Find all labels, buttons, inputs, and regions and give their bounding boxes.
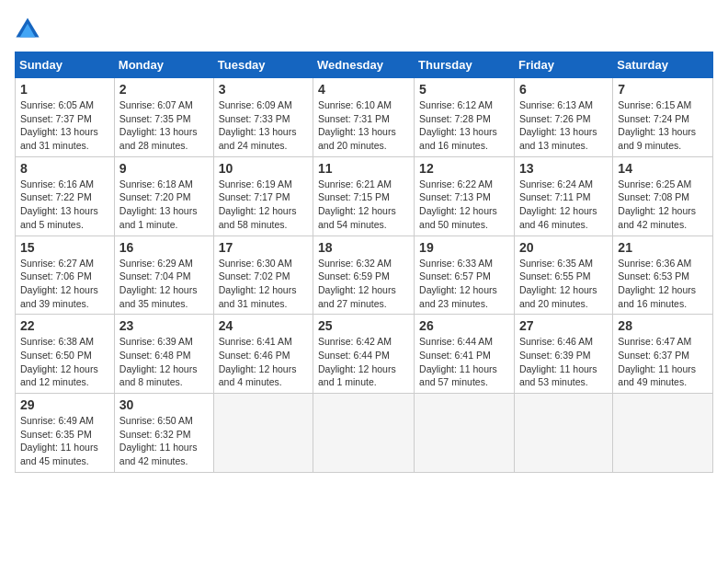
calendar-cell: 20 Sunrise: 6:35 AM Sunset: 6:55 PM Dayl… xyxy=(514,236,612,315)
day-number: 28 xyxy=(618,318,708,333)
day-info: Sunrise: 6:42 AM Sunset: 6:44 PM Dayligh… xyxy=(318,335,409,389)
header-sunday: Sunday xyxy=(16,52,115,78)
day-info: Sunrise: 6:18 AM Sunset: 7:20 PM Dayligh… xyxy=(119,178,209,232)
day-info: Sunrise: 6:07 AM Sunset: 7:35 PM Dayligh… xyxy=(119,98,209,153)
page-header xyxy=(15,15,713,40)
calendar-cell: 29 Sunrise: 6:49 AM Sunset: 6:35 PM Dayl… xyxy=(16,394,115,473)
calendar-cell xyxy=(613,394,713,473)
day-number: 8 xyxy=(20,161,109,176)
day-number: 13 xyxy=(519,161,608,176)
day-info: Sunrise: 6:30 AM Sunset: 7:02 PM Dayligh… xyxy=(219,257,308,311)
calendar-cell: 1 Sunrise: 6:05 AM Sunset: 7:37 PM Dayli… xyxy=(16,78,115,157)
day-info: Sunrise: 6:29 AM Sunset: 7:04 PM Dayligh… xyxy=(119,257,209,311)
calendar-cell xyxy=(514,394,612,473)
calendar-cell: 16 Sunrise: 6:29 AM Sunset: 7:04 PM Dayl… xyxy=(114,236,213,315)
calendar-cell: 23 Sunrise: 6:39 AM Sunset: 6:48 PM Dayl… xyxy=(114,315,213,394)
day-number: 18 xyxy=(318,240,409,255)
day-info: Sunrise: 6:39 AM Sunset: 6:48 PM Dayligh… xyxy=(119,335,209,389)
calendar-cell: 6 Sunrise: 6:13 AM Sunset: 7:26 PM Dayli… xyxy=(514,78,612,157)
calendar-cell: 21 Sunrise: 6:36 AM Sunset: 6:53 PM Dayl… xyxy=(613,236,713,315)
day-number: 11 xyxy=(318,161,409,176)
calendar-cell xyxy=(213,394,313,473)
day-number: 7 xyxy=(618,82,708,97)
day-info: Sunrise: 6:21 AM Sunset: 7:15 PM Dayligh… xyxy=(318,178,409,232)
calendar-cell xyxy=(415,394,515,473)
calendar-table: SundayMondayTuesdayWednesdayThursdayFrid… xyxy=(15,52,713,473)
day-number: 24 xyxy=(219,318,308,333)
logo xyxy=(15,15,44,40)
calendar-cell: 24 Sunrise: 6:41 AM Sunset: 6:46 PM Dayl… xyxy=(213,315,313,394)
header-thursday: Thursday xyxy=(415,52,515,78)
day-info: Sunrise: 6:13 AM Sunset: 7:26 PM Dayligh… xyxy=(519,98,608,153)
day-info: Sunrise: 6:22 AM Sunset: 7:13 PM Dayligh… xyxy=(419,178,509,232)
day-info: Sunrise: 6:27 AM Sunset: 7:06 PM Dayligh… xyxy=(20,257,109,311)
day-number: 5 xyxy=(419,82,509,97)
calendar-cell: 10 Sunrise: 6:19 AM Sunset: 7:17 PM Dayl… xyxy=(213,156,313,236)
day-info: Sunrise: 6:10 AM Sunset: 7:31 PM Dayligh… xyxy=(318,98,409,153)
calendar-cell: 7 Sunrise: 6:15 AM Sunset: 7:24 PM Dayli… xyxy=(613,78,713,157)
calendar-cell xyxy=(313,394,415,473)
day-number: 25 xyxy=(318,318,409,333)
header-saturday: Saturday xyxy=(613,52,713,78)
day-info: Sunrise: 6:25 AM Sunset: 7:08 PM Dayligh… xyxy=(618,178,708,232)
day-number: 15 xyxy=(20,240,109,255)
day-number: 3 xyxy=(219,82,308,97)
calendar-cell: 12 Sunrise: 6:22 AM Sunset: 7:13 PM Dayl… xyxy=(415,156,515,236)
header-tuesday: Tuesday xyxy=(213,52,313,78)
day-number: 30 xyxy=(119,397,209,412)
day-number: 19 xyxy=(419,240,509,255)
calendar-week-1: 1 Sunrise: 6:05 AM Sunset: 7:37 PM Dayli… xyxy=(16,78,713,157)
day-number: 20 xyxy=(519,240,608,255)
calendar-cell: 13 Sunrise: 6:24 AM Sunset: 7:11 PM Dayl… xyxy=(514,156,612,236)
calendar-cell: 15 Sunrise: 6:27 AM Sunset: 7:06 PM Dayl… xyxy=(16,236,115,315)
day-number: 29 xyxy=(20,397,109,412)
day-info: Sunrise: 6:24 AM Sunset: 7:11 PM Dayligh… xyxy=(519,178,608,232)
day-number: 27 xyxy=(519,318,608,333)
calendar-cell: 11 Sunrise: 6:21 AM Sunset: 7:15 PM Dayl… xyxy=(313,156,415,236)
day-number: 1 xyxy=(20,82,109,97)
day-info: Sunrise: 6:35 AM Sunset: 6:55 PM Dayligh… xyxy=(519,257,608,311)
day-number: 21 xyxy=(618,240,708,255)
day-info: Sunrise: 6:44 AM Sunset: 6:41 PM Dayligh… xyxy=(419,335,509,389)
day-info: Sunrise: 6:49 AM Sunset: 6:35 PM Dayligh… xyxy=(20,414,109,468)
day-info: Sunrise: 6:05 AM Sunset: 7:37 PM Dayligh… xyxy=(20,98,109,153)
day-info: Sunrise: 6:50 AM Sunset: 6:32 PM Dayligh… xyxy=(119,414,209,468)
calendar-week-3: 15 Sunrise: 6:27 AM Sunset: 7:06 PM Dayl… xyxy=(16,236,713,315)
calendar-cell: 19 Sunrise: 6:33 AM Sunset: 6:57 PM Dayl… xyxy=(415,236,515,315)
calendar-cell: 14 Sunrise: 6:25 AM Sunset: 7:08 PM Dayl… xyxy=(613,156,713,236)
calendar-cell: 26 Sunrise: 6:44 AM Sunset: 6:41 PM Dayl… xyxy=(415,315,515,394)
calendar-cell: 2 Sunrise: 6:07 AM Sunset: 7:35 PM Dayli… xyxy=(114,78,213,157)
calendar-week-4: 22 Sunrise: 6:38 AM Sunset: 6:50 PM Dayl… xyxy=(16,315,713,394)
day-number: 16 xyxy=(119,240,209,255)
day-info: Sunrise: 6:46 AM Sunset: 6:39 PM Dayligh… xyxy=(519,335,608,389)
calendar-cell: 17 Sunrise: 6:30 AM Sunset: 7:02 PM Dayl… xyxy=(213,236,313,315)
calendar-cell: 5 Sunrise: 6:12 AM Sunset: 7:28 PM Dayli… xyxy=(415,78,515,157)
calendar-cell: 9 Sunrise: 6:18 AM Sunset: 7:20 PM Dayli… xyxy=(114,156,213,236)
day-info: Sunrise: 6:33 AM Sunset: 6:57 PM Dayligh… xyxy=(419,257,509,311)
header-monday: Monday xyxy=(114,52,213,78)
day-number: 17 xyxy=(219,240,308,255)
day-number: 14 xyxy=(618,161,708,176)
header-friday: Friday xyxy=(514,52,612,78)
calendar-cell: 27 Sunrise: 6:46 AM Sunset: 6:39 PM Dayl… xyxy=(514,315,612,394)
day-number: 6 xyxy=(519,82,608,97)
day-number: 10 xyxy=(219,161,308,176)
header-wednesday: Wednesday xyxy=(313,52,415,78)
calendar-cell: 18 Sunrise: 6:32 AM Sunset: 6:59 PM Dayl… xyxy=(313,236,415,315)
logo-icon xyxy=(15,15,40,40)
calendar-cell: 25 Sunrise: 6:42 AM Sunset: 6:44 PM Dayl… xyxy=(313,315,415,394)
day-info: Sunrise: 6:38 AM Sunset: 6:50 PM Dayligh… xyxy=(20,335,109,389)
day-number: 12 xyxy=(419,161,509,176)
calendar-cell: 30 Sunrise: 6:50 AM Sunset: 6:32 PM Dayl… xyxy=(114,394,213,473)
calendar-week-5: 29 Sunrise: 6:49 AM Sunset: 6:35 PM Dayl… xyxy=(16,394,713,473)
day-number: 9 xyxy=(119,161,209,176)
day-info: Sunrise: 6:19 AM Sunset: 7:17 PM Dayligh… xyxy=(219,178,308,232)
day-info: Sunrise: 6:12 AM Sunset: 7:28 PM Dayligh… xyxy=(419,98,509,153)
calendar-cell: 3 Sunrise: 6:09 AM Sunset: 7:33 PM Dayli… xyxy=(213,78,313,157)
day-info: Sunrise: 6:36 AM Sunset: 6:53 PM Dayligh… xyxy=(618,257,708,311)
calendar-cell: 4 Sunrise: 6:10 AM Sunset: 7:31 PM Dayli… xyxy=(313,78,415,157)
day-info: Sunrise: 6:09 AM Sunset: 7:33 PM Dayligh… xyxy=(219,98,308,153)
day-info: Sunrise: 6:41 AM Sunset: 6:46 PM Dayligh… xyxy=(219,335,308,389)
calendar-cell: 8 Sunrise: 6:16 AM Sunset: 7:22 PM Dayli… xyxy=(16,156,115,236)
day-info: Sunrise: 6:15 AM Sunset: 7:24 PM Dayligh… xyxy=(618,98,708,153)
